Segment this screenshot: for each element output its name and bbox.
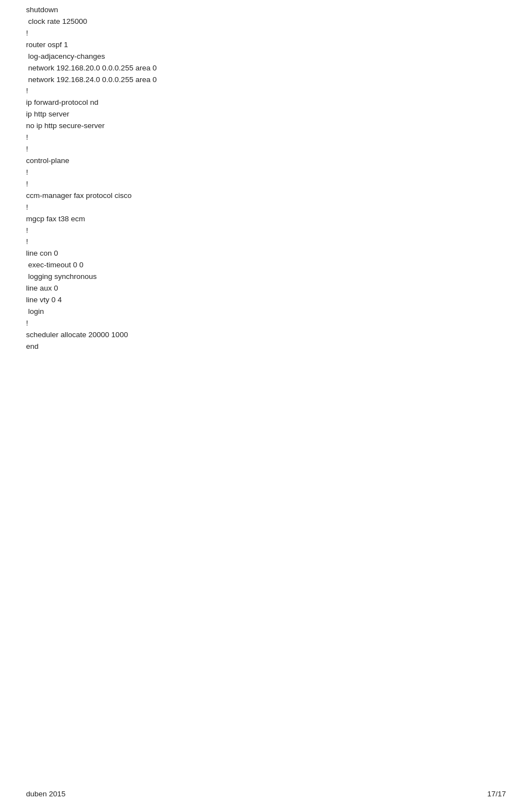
footer-left: duben 2015 bbox=[26, 790, 65, 798]
content-area: shutdown clock rate 125000 ! router ospf… bbox=[0, 0, 532, 386]
code-block: shutdown clock rate 125000 ! router ospf… bbox=[26, 4, 506, 353]
footer: duben 2015 17/17 bbox=[26, 790, 506, 798]
footer-right: 17/17 bbox=[487, 790, 506, 798]
